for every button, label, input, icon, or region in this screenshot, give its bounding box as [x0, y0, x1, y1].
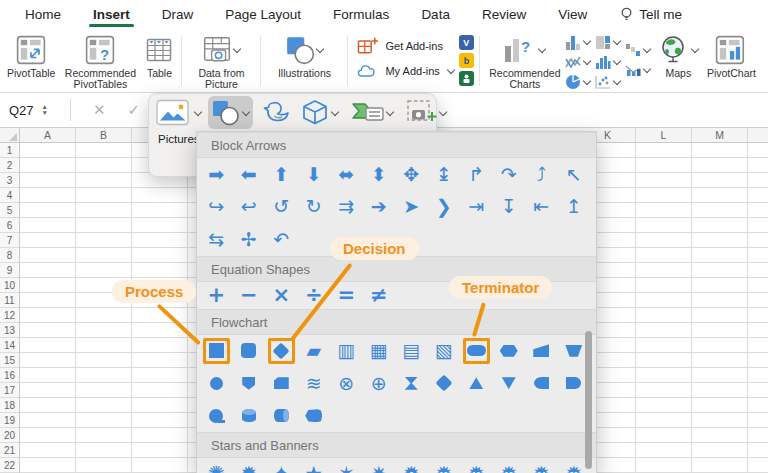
- row-header-19[interactable]: 19: [0, 413, 19, 428]
- row-header-18[interactable]: 18: [0, 398, 19, 413]
- preparation-shape[interactable]: [493, 335, 526, 368]
- star-24-point-shape[interactable]: ✹24: [525, 458, 558, 473]
- up-arrow-shape[interactable]: ⬆: [265, 158, 298, 191]
- row-header-13[interactable]: 13: [0, 323, 19, 338]
- histogram-chart-button[interactable]: [595, 53, 621, 71]
- row-header-17[interactable]: 17: [0, 383, 19, 398]
- tab-tell-me[interactable]: Tell me: [618, 0, 683, 28]
- name-box-stepper[interactable]: ▲▼: [42, 104, 48, 116]
- process-shape[interactable]: [200, 335, 233, 368]
- column-header-a[interactable]: A: [20, 128, 76, 143]
- shapes-dropdown-chevron[interactable]: [242, 107, 250, 115]
- left-arrow-shape[interactable]: ⬅: [233, 158, 266, 191]
- row-header-21[interactable]: 21: [0, 443, 19, 458]
- tab-formulas[interactable]: Formulas: [332, 1, 390, 28]
- illustrations-button[interactable]: Illustrations: [266, 30, 342, 81]
- left-right-arrow-shape[interactable]: ⬌: [330, 158, 363, 191]
- tab-data[interactable]: Data: [420, 1, 451, 28]
- bent-up-arrow-shape[interactable]: ⤴: [525, 158, 558, 191]
- u-turn-arrow-shape[interactable]: ↷: [493, 158, 526, 191]
- row-header-14[interactable]: 14: [0, 338, 19, 353]
- plus-shape[interactable]: +: [200, 282, 233, 309]
- star-10-point-shape[interactable]: ✹10: [428, 458, 461, 473]
- screenshot-dropdown-chevron[interactable]: [439, 107, 447, 115]
- star-7-point-shape[interactable]: ✷: [363, 458, 396, 473]
- star-12-point-shape[interactable]: ✹12: [460, 458, 493, 473]
- row-header-8[interactable]: 8: [0, 248, 19, 263]
- pictures-dropdown-chevron[interactable]: [194, 107, 202, 115]
- waterfall-chart-button[interactable]: [625, 41, 651, 59]
- smartart-dropdown-chevron[interactable]: [386, 107, 394, 115]
- tab-page-layout[interactable]: Page Layout: [224, 1, 302, 28]
- illustrations-dropdown-chevron[interactable]: [316, 45, 324, 53]
- curved-up-arrow-shape[interactable]: ↺: [265, 191, 298, 224]
- curved-right-arrow-shape[interactable]: ↪: [200, 191, 233, 224]
- data-shape[interactable]: ▰: [298, 335, 331, 368]
- row-header-15[interactable]: 15: [0, 353, 19, 368]
- down-arrow-callout-shape[interactable]: ↧: [493, 191, 526, 224]
- recommended-charts-button[interactable]: ? Recommended Charts: [485, 30, 565, 92]
- striped-right-arrow-shape[interactable]: ⇉: [330, 191, 363, 224]
- summing-junction-shape[interactable]: ⊗: [330, 367, 363, 400]
- alternate-process-shape[interactable]: [233, 335, 266, 368]
- star-5-point-shape[interactable]: ★: [298, 458, 331, 473]
- row-header-16[interactable]: 16: [0, 368, 19, 383]
- or-shape[interactable]: ⊕: [363, 367, 396, 400]
- sequential-access-storage-shape[interactable]: [200, 400, 233, 433]
- column-header-b[interactable]: B: [76, 128, 132, 143]
- curved-down-arrow-shape[interactable]: ↻: [298, 191, 331, 224]
- down-arrow-shape[interactable]: ⬇: [298, 158, 331, 191]
- star-4-point-shape[interactable]: ✦: [265, 458, 298, 473]
- 3d-models-button[interactable]: [297, 96, 342, 129]
- 3d-models-dropdown-chevron[interactable]: [331, 107, 339, 115]
- row-header-5[interactable]: 5: [0, 203, 19, 218]
- cancel-button[interactable]: ✕: [93, 101, 106, 119]
- pictures-button[interactable]: [153, 96, 193, 129]
- display-shape[interactable]: [298, 400, 331, 433]
- up-down-arrow-shape[interactable]: ⬍: [363, 158, 396, 191]
- merge-shape[interactable]: [493, 367, 526, 400]
- left-right-up-arrow-shape[interactable]: ↨: [428, 158, 461, 191]
- right-arrow-shape[interactable]: ➡: [200, 158, 233, 191]
- line-chart-button[interactable]: [565, 53, 591, 71]
- row-header-12[interactable]: 12: [0, 308, 19, 323]
- row-header-2[interactable]: 2: [0, 158, 19, 173]
- visio-tile-icon[interactable]: V: [459, 35, 474, 50]
- minus-shape[interactable]: −: [233, 282, 266, 309]
- tab-home[interactable]: Home: [24, 1, 62, 28]
- star-16-point-shape[interactable]: ✹16: [493, 458, 526, 473]
- pivottable-button[interactable]: PivotTable: [4, 30, 58, 81]
- document-shape[interactable]: ▤: [395, 335, 428, 368]
- collate-shape[interactable]: [395, 367, 428, 400]
- tab-view[interactable]: View: [557, 1, 588, 28]
- off-page-connector-shape[interactable]: [233, 367, 266, 400]
- row-header-22[interactable]: 22: [0, 458, 19, 473]
- row-header-9[interactable]: 9: [0, 263, 19, 278]
- up-arrow-callout-shape[interactable]: ↥: [558, 191, 591, 224]
- get-addins-button[interactable]: Get Add-ins: [357, 36, 454, 56]
- row-header-1[interactable]: 1: [0, 143, 19, 158]
- row-header-6[interactable]: 6: [0, 218, 19, 233]
- left-right-arrow-callout-shape[interactable]: ⇆: [200, 223, 233, 256]
- row-header-7[interactable]: 7: [0, 233, 19, 248]
- pivotchart-button[interactable]: PivotChart: [704, 30, 759, 81]
- tab-draw[interactable]: Draw: [161, 1, 195, 28]
- column-header-m[interactable]: M: [692, 128, 748, 143]
- star-6-point-shape[interactable]: ✶: [330, 458, 363, 473]
- maps-dropdown-chevron[interactable]: [691, 45, 699, 53]
- punched-tape-shape[interactable]: ≋: [298, 367, 331, 400]
- explosion-2-shape[interactable]: ✹: [233, 458, 266, 473]
- row-header-10[interactable]: 10: [0, 278, 19, 293]
- tab-insert[interactable]: Insert: [92, 1, 131, 28]
- not-equal-shape[interactable]: ≠: [363, 282, 396, 309]
- data-from-picture-dropdown-chevron[interactable]: [233, 45, 241, 53]
- maps-button[interactable]: Maps: [655, 30, 702, 81]
- treemap-chart-button[interactable]: [595, 33, 621, 51]
- select-all-corner[interactable]: [0, 128, 20, 143]
- manual-input-shape[interactable]: [525, 335, 558, 368]
- icons-button[interactable]: [257, 96, 295, 129]
- scatter-chart-button[interactable]: [595, 73, 621, 91]
- left-arrow-callout-shape[interactable]: ⇤: [525, 191, 558, 224]
- sort-shape[interactable]: [428, 367, 461, 400]
- curved-left-arrow-shape[interactable]: ↩: [233, 191, 266, 224]
